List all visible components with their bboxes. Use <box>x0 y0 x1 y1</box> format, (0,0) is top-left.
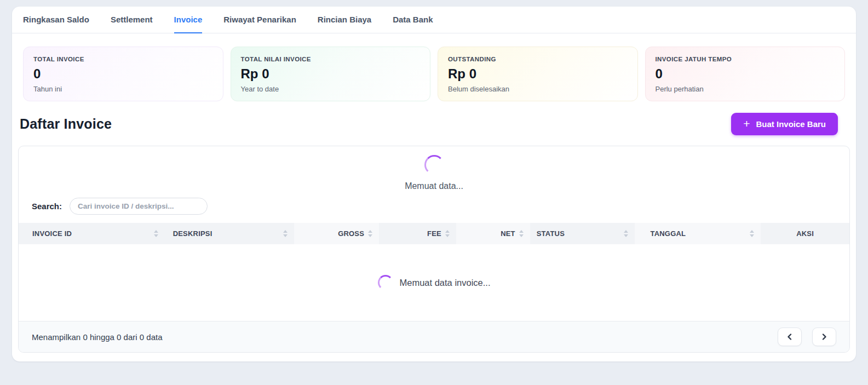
column-label: TANGGAL <box>650 229 686 238</box>
create-invoice-button[interactable]: + Buat Invoice Baru <box>731 113 838 135</box>
pagination-summary: Menampilkan 0 hingga 0 dari 0 data <box>32 332 163 342</box>
sort-arrows-icon[interactable] <box>368 230 372 237</box>
tab-ringkasan-saldo[interactable]: Ringkasan Saldo <box>23 7 89 33</box>
loading-spinner-icon <box>424 155 444 175</box>
stat-caption: Tahun ini <box>33 85 213 93</box>
search-label: Search: <box>32 202 62 211</box>
stat-card-invoice-jatuh-tempo: INVOICE JATUH TEMPO 0 Perlu perhatian <box>645 47 846 101</box>
stat-card-total-nilai-invoice: TOTAL NILAI INVOICE Rp 0 Year to date <box>231 47 431 101</box>
table-footer: Menampilkan 0 hingga 0 dari 0 data <box>19 321 849 352</box>
chevron-right-icon <box>821 334 827 340</box>
stat-caption: Perlu perhatian <box>656 85 835 93</box>
stat-card-outstanding: OUTSTANDING Rp 0 Belum diselesaikan <box>438 47 638 101</box>
stat-card-total-invoice: TOTAL INVOICE 0 Tahun ini <box>23 47 223 101</box>
tab-riwayat-penarikan[interactable]: Riwayat Penarikan <box>223 7 296 33</box>
column-label: FEE <box>427 229 441 238</box>
main-panel: Ringkasan Saldo Settlement Invoice Riway… <box>12 7 856 361</box>
stat-label: INVOICE JATUH TEMPO <box>656 56 835 62</box>
stat-caption: Year to date <box>241 85 421 93</box>
table-body-loading: Memuat data invoice... <box>19 244 849 321</box>
column-header-deskripsi[interactable]: DESKRIPSI <box>165 223 295 244</box>
sort-arrows-icon[interactable] <box>624 230 628 237</box>
invoice-table-panel: Memuat data... Search: INVOICE ID DESKRI… <box>18 146 850 353</box>
column-header-status[interactable]: STATUS <box>530 223 635 244</box>
table-header-row: INVOICE ID DESKRIPSI GROSS FEE NET <box>19 223 849 244</box>
column-label: GROSS <box>338 229 364 238</box>
loading-text: Memuat data... <box>19 181 849 191</box>
column-label: DESKRIPSI <box>173 229 212 238</box>
tab-data-bank[interactable]: Data Bank <box>393 7 433 33</box>
sort-arrows-icon[interactable] <box>283 230 288 237</box>
column-header-net[interactable]: NET <box>456 223 530 244</box>
stat-label: TOTAL NILAI INVOICE <box>241 56 421 62</box>
invoice-section-header: Daftar Invoice + Buat Invoice Baru <box>12 101 856 146</box>
stat-value: 0 <box>33 66 213 82</box>
summary-loading-block: Memuat data... <box>19 146 849 196</box>
stat-caption: Belum diselesaikan <box>448 85 628 93</box>
column-header-invoice-id[interactable]: INVOICE ID <box>19 223 165 244</box>
column-header-fee[interactable]: FEE <box>379 223 456 244</box>
chevron-left-icon <box>786 334 793 340</box>
tab-settlement[interactable]: Settlement <box>111 7 153 33</box>
stat-label: TOTAL INVOICE <box>33 56 213 62</box>
page-title: Daftar Invoice <box>20 116 112 132</box>
column-label: STATUS <box>537 229 565 238</box>
pagination-controls <box>778 327 836 346</box>
tab-invoice[interactable]: Invoice <box>174 7 203 33</box>
search-input[interactable] <box>70 198 208 215</box>
search-row: Search: <box>19 196 849 223</box>
sort-arrows-icon[interactable] <box>445 230 450 237</box>
sort-arrows-icon[interactable] <box>750 230 754 237</box>
stat-label: OUTSTANDING <box>448 56 628 62</box>
column-label: NET <box>501 229 515 238</box>
sort-arrows-icon[interactable] <box>519 230 524 237</box>
tab-bar: Ringkasan Saldo Settlement Invoice Riway… <box>12 7 856 33</box>
stat-value: Rp 0 <box>448 66 628 82</box>
next-page-button[interactable] <box>812 327 836 346</box>
column-label: AKSI <box>796 229 814 238</box>
stat-value: 0 <box>656 66 835 82</box>
plus-icon: + <box>743 118 750 129</box>
column-header-gross[interactable]: GROSS <box>294 223 379 244</box>
tab-rincian-biaya[interactable]: Rincian Biaya <box>318 7 371 33</box>
column-label: INVOICE ID <box>32 229 72 238</box>
table-loading-text: Memuat data invoice... <box>400 278 491 288</box>
sort-arrows-icon[interactable] <box>154 230 158 237</box>
previous-page-button[interactable] <box>778 327 802 346</box>
create-invoice-button-label: Buat Invoice Baru <box>756 119 826 129</box>
loading-spinner-icon <box>378 275 393 290</box>
stat-cards-row: TOTAL INVOICE 0 Tahun ini TOTAL NILAI IN… <box>12 33 856 101</box>
column-header-aksi: AKSI <box>761 223 849 244</box>
stat-value: Rp 0 <box>241 66 421 82</box>
column-header-tanggal[interactable]: TANGGAL <box>635 223 761 244</box>
